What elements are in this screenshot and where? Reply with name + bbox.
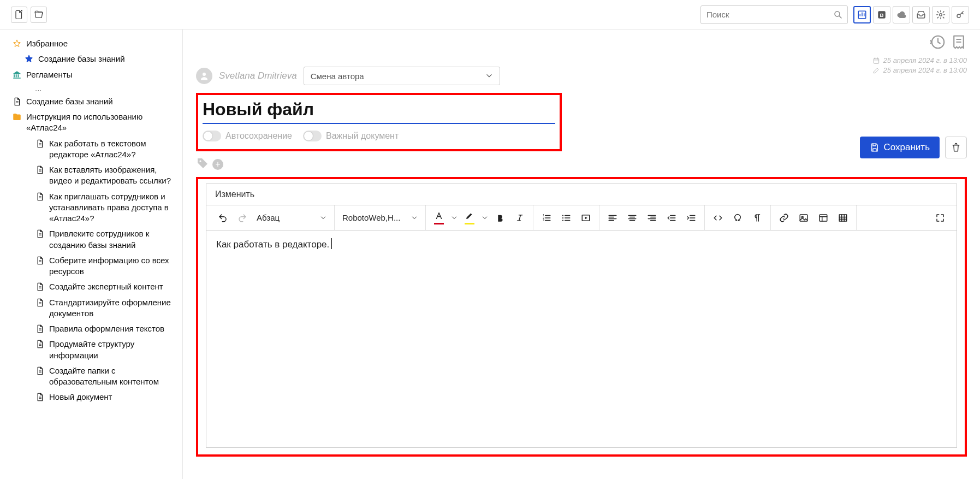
sidebar: Избранное Создание базы знаний Регламент… bbox=[0, 29, 183, 479]
text-color-button[interactable] bbox=[430, 209, 448, 227]
document-icon bbox=[35, 366, 45, 376]
main-content: 25 апреля 2024 г. в 13:00 25 апреля 2024… bbox=[183, 29, 980, 479]
highlight-button[interactable] bbox=[461, 209, 478, 227]
sidebar-create-kb[interactable]: Создание базы знаний bbox=[11, 94, 178, 109]
indent-button[interactable] bbox=[682, 209, 700, 227]
bank-icon bbox=[12, 70, 22, 80]
author-name: Svetlana Dmitrieva bbox=[219, 70, 297, 81]
document-icon bbox=[35, 339, 45, 349]
sidebar-label: Стандартизируйте оформление документов bbox=[49, 297, 177, 320]
ordered-list-button[interactable] bbox=[538, 209, 555, 227]
code-button[interactable] bbox=[709, 209, 727, 227]
tags-row: + bbox=[196, 157, 967, 172]
folder-icon bbox=[12, 112, 22, 122]
sidebar-instructions-folder[interactable]: Инструкция по использованию «Атлас24» bbox=[11, 109, 178, 136]
document-icon bbox=[35, 192, 45, 202]
link-button[interactable] bbox=[775, 209, 793, 227]
save-button[interactable]: Сохранить bbox=[860, 137, 940, 158]
image-button[interactable] bbox=[795, 209, 812, 227]
font-select[interactable]: RobotoWeb,H... bbox=[339, 209, 421, 227]
sidebar-doc-item[interactable]: Создайте экспертный контент bbox=[34, 279, 178, 294]
special-char-button[interactable] bbox=[729, 209, 746, 227]
editor-tab-edit[interactable]: Изменить bbox=[206, 184, 957, 205]
sidebar-reglaments[interactable]: Регламенты bbox=[11, 67, 178, 82]
italic-button[interactable] bbox=[511, 209, 528, 227]
paragraph-label: Абзац bbox=[257, 213, 280, 222]
search-input[interactable] bbox=[701, 10, 829, 19]
document-icon bbox=[12, 97, 22, 107]
text-color-dropdown[interactable] bbox=[450, 209, 459, 227]
sidebar-doc-item[interactable]: Правила оформления текстов bbox=[34, 321, 178, 336]
document-icon bbox=[35, 282, 45, 292]
new-file-button[interactable] bbox=[11, 7, 27, 23]
show-formatting-button[interactable] bbox=[749, 209, 766, 227]
save-icon bbox=[870, 143, 880, 152]
sidebar-doc-item[interactable]: Стандартизируйте оформление документов bbox=[34, 295, 178, 322]
sidebar-label: Как приглашать сотрудников и устанавлива… bbox=[49, 191, 177, 224]
editor-toolbar: Абзац RobotoWeb,H... bbox=[206, 205, 957, 230]
sidebar-doc-item[interactable]: Как работать в текстовом редакторе «Атла… bbox=[34, 136, 178, 163]
sidebar-doc-item[interactable]: Создайте папки с образовательным контент… bbox=[34, 363, 178, 390]
sidebar-doc-item[interactable]: Как приглашать сотрудников и устанавлива… bbox=[34, 189, 178, 227]
unordered-list-button[interactable] bbox=[557, 209, 575, 227]
undo-button[interactable] bbox=[214, 209, 231, 227]
autosave-toggle[interactable] bbox=[203, 131, 221, 141]
change-author-select[interactable]: Смена автора bbox=[304, 67, 500, 85]
document-dates: 25 апреля 2024 г. в 13:00 25 апреля 2024… bbox=[872, 56, 967, 75]
sidebar-doc-item[interactable]: Привлеките сотрудников к созданию базы з… bbox=[34, 226, 178, 253]
sidebar-fav-child[interactable]: Создание базы знаний bbox=[23, 51, 178, 67]
sidebar-label: Создайте папки с образовательным контент… bbox=[49, 365, 177, 388]
star-outline-icon bbox=[12, 39, 22, 49]
sidebar-doc-item[interactable]: Продумайте структуру информации bbox=[34, 336, 178, 363]
search-input-wrap[interactable] bbox=[700, 5, 848, 24]
font-label: RobotoWeb,H... bbox=[342, 213, 400, 222]
align-center-button[interactable] bbox=[623, 209, 641, 227]
fullscreen-button[interactable] bbox=[931, 209, 949, 227]
table-button[interactable] bbox=[834, 209, 852, 227]
search-icon[interactable] bbox=[829, 10, 847, 20]
editor-content[interactable]: Как работать в редакторе. bbox=[206, 230, 957, 447]
document-icon bbox=[35, 165, 45, 175]
align-left-button[interactable] bbox=[604, 209, 621, 227]
save-label: Сохранить bbox=[884, 142, 930, 153]
sidebar-doc-item[interactable]: Соберите информацию со всех ресурсов bbox=[34, 253, 178, 280]
cloud-button[interactable] bbox=[893, 6, 910, 23]
editor-text: Как работать в редакторе. bbox=[216, 239, 332, 250]
document-icon bbox=[35, 298, 45, 307]
sidebar-favorites[interactable]: Избранное bbox=[11, 36, 178, 51]
sidebar-doc-item[interactable]: Как вставлять изображения, видео и редак… bbox=[34, 162, 178, 189]
autosave-label: Автосохранение bbox=[225, 131, 292, 141]
sidebar-label: Инструкция по использованию «Атлас24» bbox=[26, 111, 177, 134]
open-folder-button[interactable] bbox=[31, 7, 47, 23]
template-button[interactable] bbox=[815, 209, 832, 227]
redo-button[interactable] bbox=[234, 209, 251, 227]
calendar-icon bbox=[872, 57, 880, 64]
stats-button[interactable] bbox=[853, 6, 871, 23]
add-tag-button[interactable]: + bbox=[212, 159, 223, 170]
admin-button[interactable] bbox=[952, 6, 969, 23]
video-button[interactable] bbox=[577, 209, 595, 227]
sidebar-label: Правила оформления текстов bbox=[49, 323, 177, 334]
sidebar-ellipsis[interactable]: ... bbox=[34, 82, 178, 94]
highlight-dropdown[interactable] bbox=[480, 209, 489, 227]
sidebar-doc-item[interactable]: Новый документ bbox=[34, 389, 178, 405]
delete-button[interactable] bbox=[945, 137, 967, 158]
outdent-button[interactable] bbox=[663, 209, 680, 227]
document-icon bbox=[35, 256, 45, 265]
align-right-button[interactable] bbox=[643, 209, 661, 227]
sidebar-label: Регламенты bbox=[26, 69, 177, 80]
bold-button[interactable] bbox=[491, 209, 509, 227]
receipt-button[interactable] bbox=[951, 34, 967, 50]
document-title-input[interactable] bbox=[203, 98, 555, 124]
blog-button[interactable] bbox=[873, 6, 890, 23]
history-button[interactable] bbox=[930, 34, 946, 50]
important-label: Важный документ bbox=[326, 131, 399, 141]
sidebar-label: Продумайте структуру информации bbox=[49, 339, 177, 361]
paragraph-select[interactable]: Абзац bbox=[253, 209, 330, 227]
settings-button[interactable] bbox=[932, 6, 949, 23]
tag-icon bbox=[196, 157, 209, 172]
change-author-label: Смена автора bbox=[311, 72, 364, 81]
important-toggle[interactable] bbox=[303, 131, 322, 141]
avatar-icon bbox=[196, 68, 212, 84]
inbox-button[interactable] bbox=[912, 6, 930, 23]
